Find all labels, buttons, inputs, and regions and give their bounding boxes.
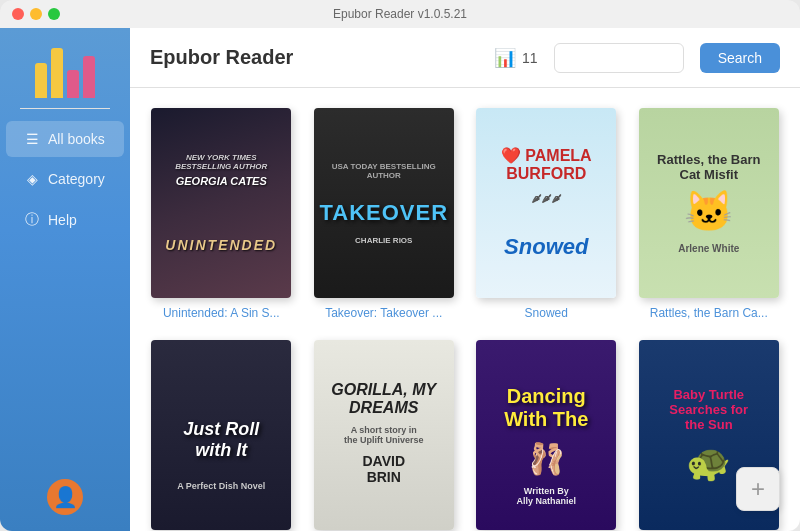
logo-bar-3: [67, 70, 79, 98]
sidebar-footer: 👤: [0, 463, 130, 531]
book-item[interactable]: DancingWith The 🩰 Written ByAlly Nathani…: [475, 340, 618, 531]
book-cover: DancingWith The 🩰 Written ByAlly Nathani…: [476, 340, 616, 530]
book-count-area: 📊 11: [494, 47, 538, 69]
book-title: Snowed: [525, 306, 568, 320]
window-title: Epubor Reader v1.0.5.21: [333, 7, 467, 21]
minimize-button[interactable]: [30, 8, 42, 20]
book-title: Takeover: Takeover ...: [325, 306, 442, 320]
app-logo: [0, 38, 130, 108]
book-item[interactable]: Rattles, the BarnCat Misfit 🐱 Arlene Whi…: [638, 108, 781, 320]
header-title: Epubor Reader: [150, 46, 478, 69]
book-title: Unintended: A Sin S...: [163, 306, 280, 320]
traffic-lights: [12, 8, 60, 20]
sidebar: ☰ All books ◈ Category ⓘ Help 👤: [0, 28, 130, 531]
book-cover: Rattles, the BarnCat Misfit 🐱 Arlene Whi…: [639, 108, 779, 298]
search-input[interactable]: [554, 43, 684, 73]
book-cover: USA TODAY BESTSELLING AUTHOR TAKEOVER CH…: [314, 108, 454, 298]
close-button[interactable]: [12, 8, 24, 20]
category-icon: ◈: [24, 171, 40, 187]
sidebar-item-all-books[interactable]: ☰ All books: [6, 121, 124, 157]
book-item[interactable]: USA TODAY BESTSELLING AUTHOR TAKEOVER CH…: [313, 108, 456, 320]
help-icon: ⓘ: [24, 211, 40, 229]
app-body: ☰ All books ◈ Category ⓘ Help 👤 Epubor R…: [0, 28, 800, 531]
search-button[interactable]: Search: [700, 43, 780, 73]
fullscreen-button[interactable]: [48, 8, 60, 20]
book-count: 11: [522, 50, 538, 66]
book-cover-text: NEW YORK TIMES BESTSELLING AUTHOR GEORGI…: [151, 143, 291, 263]
logo-bar-1: [35, 63, 47, 98]
sidebar-item-label-category: Category: [48, 171, 105, 187]
book-count-icon: 📊: [494, 47, 516, 69]
sidebar-item-category[interactable]: ◈ Category: [6, 161, 124, 197]
books-grid: NEW YORK TIMES BESTSELLING AUTHOR GEORGI…: [130, 88, 800, 531]
book-title: Rattles, the Barn Ca...: [650, 306, 768, 320]
book-cover-text: TAKEOVER: [319, 200, 448, 226]
book-item[interactable]: Just Rollwith It A Perfect Dish Novel Ju…: [150, 340, 293, 531]
sidebar-item-label-help: Help: [48, 212, 77, 228]
book-item[interactable]: ❤️ PAMELABURFORD 🌶🌶🌶 Snowed Snowed: [475, 108, 618, 320]
logo-bar-4: [83, 56, 95, 98]
book-cover: GORILLA, MYDREAMS A short story inthe Up…: [314, 340, 454, 530]
book-cover: NEW YORK TIMES BESTSELLING AUTHOR GEORGI…: [151, 108, 291, 298]
main-content: Epubor Reader 📊 11 Search NEW YORK TIMES…: [130, 28, 800, 531]
titlebar: Epubor Reader v1.0.5.21: [0, 0, 800, 28]
sidebar-nav: ☰ All books ◈ Category ⓘ Help: [0, 109, 130, 463]
add-book-button[interactable]: +: [736, 467, 780, 511]
logo-bar-2: [51, 48, 63, 98]
book-item[interactable]: GORILLA, MYDREAMS A short story inthe Up…: [313, 340, 456, 531]
sidebar-item-label-all-books: All books: [48, 131, 105, 147]
book-cover: ❤️ PAMELABURFORD 🌶🌶🌶 Snowed: [476, 108, 616, 298]
sidebar-item-help[interactable]: ⓘ Help: [6, 201, 124, 239]
avatar[interactable]: 👤: [47, 479, 83, 515]
avatar-icon: 👤: [53, 487, 78, 507]
header: Epubor Reader 📊 11 Search: [130, 28, 800, 88]
book-cover: Just Rollwith It A Perfect Dish Novel: [151, 340, 291, 530]
book-item[interactable]: NEW YORK TIMES BESTSELLING AUTHOR GEORGI…: [150, 108, 293, 320]
all-books-icon: ☰: [24, 131, 40, 147]
